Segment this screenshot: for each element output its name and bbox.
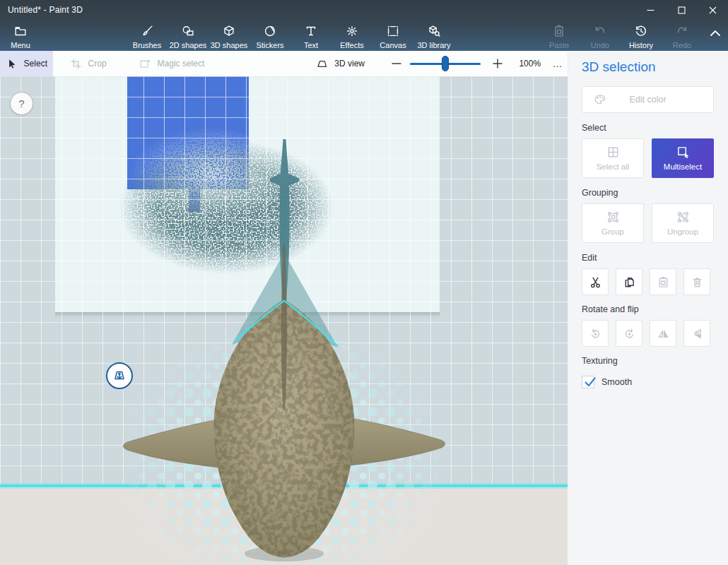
tool-effects[interactable]: Effects [331,23,372,49]
cut-button[interactable] [582,268,609,295]
select-all-button: Select all [582,138,644,178]
edit-color-label: Edit color [629,95,666,105]
zoom-level-value[interactable]: 100% [517,59,544,69]
3d-view-button[interactable]: 3D view [309,51,372,76]
select-tool-button[interactable]: Select [0,51,53,76]
menu-icon [13,23,28,39]
canvas-viewport[interactable]: ? [0,76,568,565]
edit-section-buttons [582,268,714,295]
palette-icon [593,93,607,107]
maximize-icon [678,6,686,14]
select-tool-label: Select [24,59,47,69]
magic-select-icon [139,58,151,70]
flip-vertical-button [683,320,710,347]
text-icon [303,23,319,39]
crop-tool-label: Crop [88,59,107,69]
group-button: Group [582,203,644,243]
flip-vertical-icon [691,327,704,340]
more-options-button[interactable]: … [548,58,568,69]
top-bar: Untitled* - Paint 3D Menu [0,0,728,51]
group-icon [606,210,620,224]
close-icon [709,6,717,14]
tool-brushes[interactable]: Brushes [127,23,168,49]
tool-stickers[interactable]: Stickers [249,23,290,49]
panel-title: 3D selection [582,59,714,75]
title-bar: Untitled* - Paint 3D [0,0,728,20]
stickers-icon [262,23,278,39]
effects-icon [344,23,360,39]
flip-horizontal-icon [657,327,670,340]
rotate-section-buttons [582,320,714,347]
chevron-up-icon [710,30,721,37]
edit-section-label: Edit [582,253,714,263]
ground-anchor-icon [111,367,128,384]
rotate-right-button [616,320,642,347]
delete-icon [691,275,704,289]
tool-3d-shapes[interactable]: 3D shapes [209,23,249,49]
zoom-out-button[interactable] [390,58,403,69]
zoom-in-button[interactable] [491,58,503,69]
rotate-left-button [582,320,609,347]
tool-text[interactable]: Text [290,23,331,49]
help-label: ? [18,97,24,109]
edit-color-button: Edit color [582,86,714,113]
undo-button: Undo [580,23,621,49]
paste-small-button [650,268,676,295]
close-button[interactable] [697,0,728,20]
select-section-label: Select [582,123,714,133]
smooth-checkbox[interactable] [582,376,594,388]
rotate-left-icon [589,327,602,340]
workspace: Select Crop Magic select 3D view [0,51,728,565]
brushes-icon [139,23,155,39]
zoom-slider[interactable] [410,56,481,71]
copy-icon [623,275,636,289]
ribbon-collapse-button[interactable] [703,23,728,49]
paste-button: Paste [539,23,580,49]
history-button[interactable]: History [621,23,662,49]
help-button[interactable]: ? [10,92,33,115]
maximize-button[interactable] [666,0,697,20]
menu-button[interactable]: Menu [5,23,36,49]
tool-canvas[interactable]: Canvas [372,23,413,49]
cut-icon [589,275,602,289]
tool-options-bar: Select Crop Magic select 3D view [0,51,568,76]
grouping-section-buttons: Group Ungroup [582,203,714,243]
flip-horizontal-button [650,320,676,347]
ungroup-button: Ungroup [652,203,714,243]
ribbon-toolbar: Menu Brushes 2D shapes 3D shapes Stick [0,20,728,51]
tool-3d-library[interactable]: 3D library [413,23,454,49]
window-title: Untitled* - Paint 3D [0,5,83,15]
delete-button [683,268,710,295]
paint3d-window: Untitled* - Paint 3D Menu [0,0,728,565]
magic-select-tool-button: Magic select [132,51,212,76]
redo-button: Redo [662,23,703,49]
perspective-reset-button[interactable] [106,362,133,389]
3d-view-label: 3D view [334,59,365,69]
smooth-option: Smooth [582,376,714,388]
tool-2d-shapes[interactable]: 2D shapes [168,23,209,49]
texturing-section-label: Texturing [582,356,714,366]
select-all-icon [606,145,620,159]
zoom-slider-thumb[interactable] [442,56,449,71]
ungroup-icon [676,210,690,224]
minus-icon [391,58,402,69]
plus-icon [492,58,503,69]
minimize-button[interactable] [635,0,666,20]
magic-select-tool-label: Magic select [158,59,205,69]
ribbon-tools: Brushes 2D shapes 3D shapes Stickers Tex… [127,23,454,49]
multiselect-icon [676,145,690,159]
2d-shapes-icon [180,23,196,39]
3d-view-icon [316,58,328,70]
crop-icon [70,58,82,70]
copy-button[interactable] [616,268,642,295]
history-icon [633,23,649,39]
minimize-icon [647,6,654,14]
checkmark-icon [583,375,597,388]
side-panel-3d-selection: 3D selection Edit color Select Select al… [568,51,728,565]
paste-icon [551,23,567,39]
3d-shapes-icon [221,23,237,39]
undo-icon [592,23,608,39]
ribbon-actions: Paste Undo History Redo [539,23,728,49]
multiselect-button[interactable]: Multiselect [652,138,714,178]
rotate-right-icon [623,327,636,340]
